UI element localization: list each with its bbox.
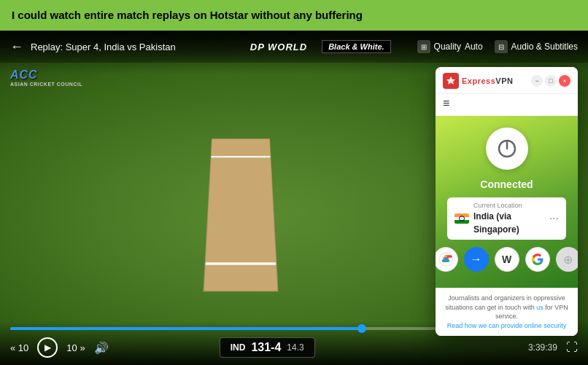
audio-icon: ⊟	[495, 40, 508, 53]
forward-label: 10 »	[66, 342, 85, 353]
acc-logo: ACC ASIAN CRICKET COUNCIL	[10, 68, 82, 87]
vpn-footer: Journalists and organizers in oppressive…	[436, 288, 578, 336]
score-badge: IND 131-4 14.3	[220, 337, 315, 358]
quality-value: Auto	[465, 42, 483, 52]
play-button[interactable]: ▶	[37, 337, 58, 358]
rewind-label: « 10	[10, 342, 28, 353]
overs: 14.3	[287, 342, 303, 353]
vpn-menu-button[interactable]: ≡	[436, 94, 578, 116]
arrow-shortcut[interactable]: →	[464, 247, 489, 272]
dp-world-logo: DP WORLD	[250, 42, 307, 52]
vpn-location-card[interactable]: Current Location India (via Singapore) ·…	[447, 197, 566, 240]
vpn-app-shortcuts: → W ⊕	[436, 247, 578, 272]
vpn-power-button[interactable]	[486, 127, 528, 170]
vpn-footer-link[interactable]: us	[536, 304, 543, 311]
location-info: Current Location India (via Singapore)	[473, 202, 545, 235]
promo-banner: I could watch entire match replays on Ho…	[0, 0, 588, 31]
replay-title: Replay: Super 4, India vs Pakistan	[31, 42, 250, 52]
location-options-button[interactable]: ···	[549, 212, 559, 225]
google-shortcut[interactable]	[525, 247, 550, 272]
india-flag-icon	[454, 213, 469, 224]
svg-point-4	[444, 257, 448, 262]
wikipedia-shortcut[interactable]: W	[495, 247, 519, 272]
chrome-shortcut[interactable]	[436, 247, 458, 272]
quality-label: Quality	[434, 42, 461, 52]
vpn-body: Connected Current Location India (via Si…	[436, 116, 578, 288]
progress-fill	[10, 327, 362, 330]
team-name: IND	[231, 342, 246, 353]
vpn-logo-text: ExpressVPN	[462, 76, 513, 86]
wickets: 4	[274, 341, 281, 353]
banner-text: I could watch entire match replays on Ho…	[12, 8, 363, 23]
volume-button[interactable]: 🔊	[94, 341, 109, 355]
vpn-minimize-button[interactable]: −	[531, 75, 543, 87]
vpn-close-button[interactable]: ×	[559, 75, 570, 87]
location-label: Current Location	[473, 202, 545, 209]
vpn-header: ExpressVPN − □ ×	[436, 67, 578, 94]
extra-shortcut[interactable]: ⊕	[556, 247, 579, 272]
vpn-status: Connected	[480, 178, 533, 190]
forward-button[interactable]: 10 »	[66, 342, 85, 353]
audio-subtitles-control[interactable]: ⊟ Audio & Subtitles	[495, 40, 578, 53]
vpn-footer-text: Journalists and organizers in oppressive…	[445, 294, 568, 320]
play-icon: ▶	[45, 342, 51, 353]
rewind-button[interactable]: « 10	[10, 342, 28, 353]
vpn-logo: ExpressVPN	[443, 73, 529, 89]
acc-sub: ASIAN CRICKET COUNCIL	[10, 82, 82, 87]
black-white-logo: Black & White.	[322, 40, 390, 53]
volume-icon: 🔊	[94, 341, 109, 355]
player-top-bar: ← Replay: Super 4, India vs Pakistan DP …	[0, 31, 588, 63]
video-player: ← Replay: Super 4, India vs Pakistan DP …	[0, 31, 588, 365]
acc-text: ACC	[10, 68, 38, 81]
runs: 131	[251, 341, 271, 353]
back-button[interactable]: ←	[10, 39, 23, 55]
location-name: India (via Singapore)	[473, 211, 519, 235]
controls-row: « 10 ▶ 10 » 🔊 IND 131-4 14.3 3:39:39 ⛶	[10, 337, 578, 358]
timestamp: 3:39:39	[528, 342, 557, 353]
vpn-panel: ExpressVPN − □ × ≡ Connected Current Loc…	[436, 67, 578, 336]
progress-thumb	[357, 324, 366, 333]
cricket-pitch	[204, 138, 279, 291]
quality-icon: ⊞	[417, 40, 430, 53]
vpn-logo-icon	[443, 73, 459, 89]
audio-label: Audio & Subtitles	[511, 42, 578, 52]
vpn-read-more-link[interactable]: Read how we can provide online security	[447, 322, 567, 329]
vpn-maximize-button[interactable]: □	[545, 75, 557, 87]
fullscreen-button[interactable]: ⛶	[566, 341, 578, 354]
score-display: 131-4	[251, 341, 281, 354]
quality-control[interactable]: ⊞ Quality Auto	[417, 40, 483, 53]
